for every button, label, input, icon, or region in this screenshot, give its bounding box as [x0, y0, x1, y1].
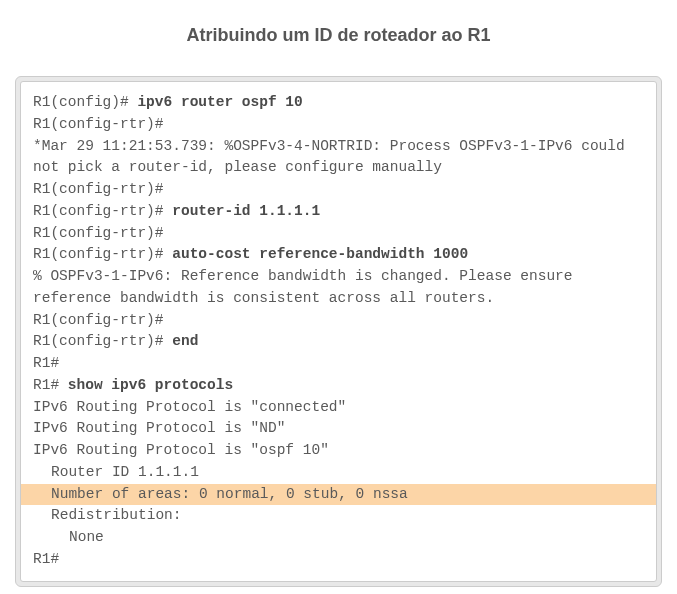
command: end	[172, 333, 198, 349]
page-title: Atribuindo um ID de roteador ao R1	[0, 0, 677, 76]
prompt: R1(config-rtr)#	[33, 333, 172, 349]
output-line: IPv6 Routing Protocol is "ospf 10"	[21, 440, 656, 462]
output-line: Router ID 1.1.1.1	[21, 462, 656, 484]
terminal-frame: R1(config)# ipv6 router ospf 10 R1(confi…	[15, 76, 662, 587]
output-line: R1(config-rtr)# auto-cost reference-band…	[21, 244, 656, 266]
command: ipv6 router ospf 10	[137, 94, 302, 110]
output-line: R1(config-rtr)# end	[21, 331, 656, 353]
output-line: R1# show ipv6 protocols	[21, 375, 656, 397]
prompt: R1#	[33, 377, 68, 393]
command: auto-cost reference-bandwidth 1000	[172, 246, 468, 262]
prompt: R1(config-rtr)#	[33, 203, 172, 219]
output-line: R1(config-rtr)#	[21, 114, 656, 136]
command: router-id 1.1.1.1	[172, 203, 320, 219]
output-line: R1#	[21, 353, 656, 375]
prompt: R1(config-rtr)#	[33, 246, 172, 262]
output-line: R1(config-rtr)# router-id 1.1.1.1	[21, 201, 656, 223]
command: show ipv6 protocols	[68, 377, 233, 393]
output-line: Redistribution:	[21, 505, 656, 527]
output-line: IPv6 Routing Protocol is "ND"	[21, 418, 656, 440]
highlighted-line: Number of areas: 0 normal, 0 stub, 0 nss…	[21, 484, 656, 506]
prompt: R1(config)#	[33, 94, 137, 110]
terminal-output: R1(config)# ipv6 router ospf 10 R1(confi…	[20, 81, 657, 582]
output-line: R1(config-rtr)#	[21, 179, 656, 201]
output-line: % OSPFv3-1-IPv6: Reference bandwidth is …	[21, 266, 656, 310]
output-line: R1(config-rtr)#	[21, 223, 656, 245]
output-line: None	[21, 527, 656, 549]
output-line: *Mar 29 11:21:53.739: %OSPFv3-4-NORTRID:…	[21, 136, 656, 180]
output-line: R1(config)# ipv6 router ospf 10	[21, 92, 656, 114]
output-line: IPv6 Routing Protocol is "connected"	[21, 397, 656, 419]
output-line: R1(config-rtr)#	[21, 310, 656, 332]
output-line: R1#	[21, 549, 656, 571]
